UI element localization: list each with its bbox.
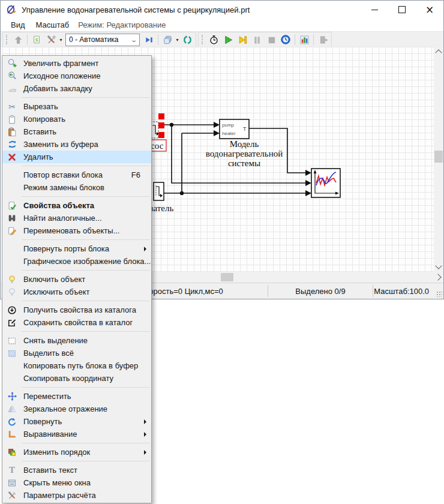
menu-item-align[interactable]: Выравнивание [2, 428, 151, 440]
menu-item-enable-object[interactable]: Включить объект [2, 273, 151, 286]
toolbar-panel-main: s ▾ 0 - Автоматика ⌄ [2, 32, 196, 47]
close-button[interactable]: × [416, 1, 443, 19]
menu-item-add-bookmark[interactable]: Добавить закладку [2, 82, 151, 95]
menu-item-insert-text[interactable]: T Вставить текст [2, 464, 151, 476]
time-button[interactable] [278, 34, 293, 46]
menu-item-move[interactable]: Переместить [2, 390, 151, 403]
menu-item-hide-window-menu[interactable]: Скрыть меню окна [2, 476, 151, 489]
menu-item-rotate-block-ports[interactable]: Повернуть порты блока [2, 242, 151, 255]
vertical-scrollbar[interactable] [434, 47, 443, 272]
script-icon: s [32, 35, 41, 44]
svg-text:водонагревательной: водонагревательной [206, 149, 283, 158]
menu-item-object-properties[interactable]: Свойства объекта [2, 199, 151, 212]
scroll-down-button[interactable] [434, 262, 443, 272]
menu-item-block-replace-mode[interactable]: Режим замены блоков [2, 181, 151, 194]
menu-item-copy-block-path[interactable]: Копировать путь блока в буфер [2, 359, 151, 372]
pump-source-block [151, 122, 159, 138]
layers-dropdown-arrow[interactable]: ▾ [175, 34, 180, 46]
scroll-up-button[interactable] [434, 47, 443, 56]
svg-text:pump: pump [222, 122, 235, 128]
zoom-in-icon [6, 58, 18, 69]
menu-item-copy[interactable]: Копировать [2, 113, 151, 125]
refresh-icon [182, 35, 193, 45]
charts-button[interactable] [297, 34, 311, 46]
catalog-save-icon [6, 317, 18, 328]
menu-separator [22, 270, 150, 271]
toolbar-panel-run [198, 32, 332, 47]
window-title: Управление водонагревательной системы с … [22, 5, 250, 14]
resize-grip[interactable] [436, 291, 442, 297]
select-all-icon [6, 348, 18, 359]
menu-view[interactable]: Вид [5, 20, 31, 29]
model-block-label: Модель водонагревательной системы [206, 139, 283, 168]
svg-text:системы: системы [228, 158, 260, 168]
exit-button[interactable] [316, 34, 330, 46]
menu-item-get-properties-from-catalog[interactable]: Получить свойства из каталога [2, 304, 151, 316]
layers-button[interactable] [160, 34, 175, 46]
toolbar-grip[interactable] [6, 35, 9, 44]
mode-combobox[interactable]: 0 - Автоматика ⌄ [65, 34, 140, 46]
run-button[interactable] [221, 34, 235, 46]
scroll-right-button[interactable] [434, 272, 443, 283]
menu-separator [22, 97, 150, 98]
find-similar-icon [6, 213, 18, 224]
script-button[interactable]: s [29, 34, 44, 46]
exit-icon [318, 35, 328, 45]
menu-item-mirror[interactable]: Зеркальное отражение [2, 403, 151, 415]
minimize-icon [371, 10, 378, 10]
pause-icon [252, 35, 262, 45]
timer-button[interactable] [206, 34, 221, 46]
toolbar-separator [158, 34, 158, 45]
combobox-chevron-icon: ⌄ [130, 37, 137, 43]
menu-item-deselect[interactable]: Снять выделение [2, 334, 151, 347]
menu-item-cut[interactable]: ✂ Вырезать [2, 100, 151, 113]
menu-separator [22, 196, 150, 197]
up-level-button[interactable] [11, 34, 25, 46]
menu-item-select-all[interactable]: Выделить всё [2, 347, 151, 359]
tools-button[interactable] [44, 34, 58, 46]
menu-item-exclude-object[interactable]: Исключить объект [2, 286, 151, 298]
toolbar-grip[interactable] [202, 35, 205, 44]
menu-item-zoom-reset[interactable]: Исходное положение [2, 70, 151, 82]
vertical-scroll-thumb[interactable] [434, 151, 443, 163]
scope-block [311, 169, 340, 197]
horizontal-scroll-thumb[interactable] [221, 273, 233, 281]
stop-button[interactable] [264, 34, 278, 46]
menu-item-replace-from-clipboard[interactable]: Заменить из буфера [2, 138, 151, 151]
menu-item-rename-objects[interactable]: Переименовать объекты... [2, 224, 151, 237]
step-into-icon [144, 35, 154, 45]
menu-item-copy-coordinate[interactable]: Скопировать координату [2, 372, 151, 385]
move-icon [6, 391, 18, 402]
copy-icon [6, 114, 18, 125]
menu-zoom[interactable]: Масштаб [31, 20, 75, 29]
close-icon: × [425, 5, 434, 15]
menu-item-calculation-parameters[interactable]: Параметры расчёта [2, 489, 151, 502]
submenu-arrow-icon [144, 419, 146, 424]
status-selected: Выделено 0/9 [268, 287, 373, 296]
minimize-button[interactable] [361, 1, 388, 19]
context-menu: Увеличить фрагмент Исходное положение До… [2, 55, 152, 503]
tools-dropdown-arrow[interactable]: ▾ [58, 34, 64, 46]
replace-from-clipboard-icon [6, 139, 18, 150]
menu-item-block-graphic-image[interactable]: Графическое изображение блока... [2, 255, 151, 268]
deselect-icon [6, 335, 18, 346]
menu-item-zoom-in[interactable]: Увеличить фрагмент [2, 57, 151, 70]
chevron-up-icon [435, 49, 442, 56]
menu-item-delete[interactable]: Удалить [2, 151, 151, 163]
menu-item-repeat-block-paste[interactable]: Повтор вставки блока F6 [2, 169, 151, 181]
menu-item-save-properties-to-catalog[interactable]: Сохранить свойства в каталог [2, 316, 151, 329]
submenu-arrow-icon [144, 247, 146, 251]
menu-item-find-similar[interactable]: Найти аналогичные... [2, 212, 151, 224]
maximize-button[interactable] [388, 1, 416, 19]
menu-item-paste[interactable]: Вставить [2, 125, 151, 138]
refresh-button[interactable] [180, 34, 194, 46]
chevron-down-icon [435, 262, 442, 269]
pause-button[interactable] [250, 34, 264, 46]
menu-item-rotate[interactable]: Повернуть [2, 415, 151, 428]
paste-icon [6, 127, 18, 137]
run-to-end-button[interactable] [235, 34, 250, 46]
menu-separator [22, 387, 150, 388]
menu-separator [22, 331, 150, 332]
step-into-button[interactable] [142, 34, 156, 46]
menu-item-change-order[interactable]: Изменить порядок [2, 446, 151, 458]
